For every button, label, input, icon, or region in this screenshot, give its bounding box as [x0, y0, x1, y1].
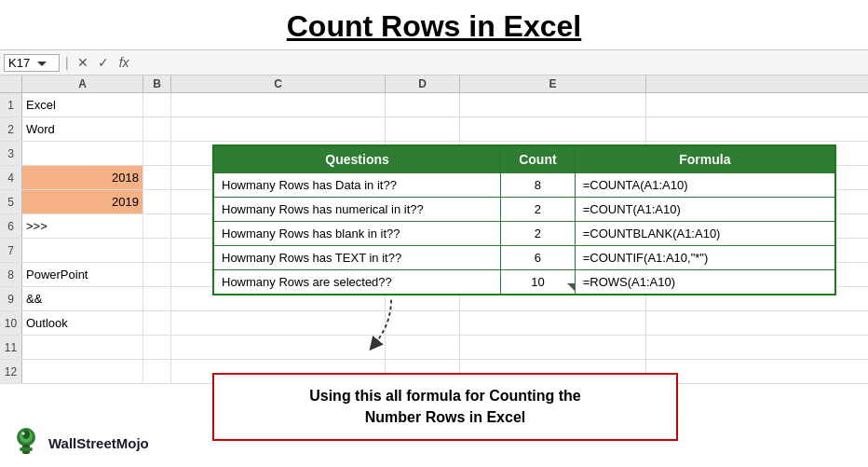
cell-a6[interactable]: >>>: [22, 214, 143, 238]
row-number: 9: [0, 287, 22, 310]
col-header-a: A: [22, 76, 143, 92]
count-cell: 2: [501, 198, 576, 221]
question-cell: Howmany Rows has blank in it??: [214, 222, 501, 245]
cell-a2[interactable]: Word: [22, 117, 143, 141]
cancel-formula-button[interactable]: ✕: [75, 55, 91, 70]
cell-ref-dropdown[interactable]: [37, 62, 47, 66]
table-row: 1 Excel: [0, 93, 868, 117]
count-cell: 6: [501, 246, 576, 269]
cell-b3[interactable]: [143, 142, 171, 165]
col-header-e: E: [460, 76, 646, 92]
cell-a7[interactable]: [22, 239, 143, 262]
header-questions: Questions: [214, 146, 501, 172]
svg-point-5: [22, 433, 25, 435]
cell-b5[interactable]: [143, 190, 171, 213]
cell-d1[interactable]: [386, 93, 460, 117]
callout-box: Using this all formula for Counting the …: [212, 373, 678, 441]
svg-rect-7: [20, 447, 33, 451]
list-item: Howmany Rows has TEXT in it?? 6 =COUNTIF…: [214, 245, 834, 269]
header-count: Count: [501, 146, 576, 172]
column-headers: A B C D E: [0, 76, 868, 93]
logo: WallStreetMojo: [9, 426, 149, 460]
page-title: Count Rows in Excel: [0, 9, 868, 44]
table-row: 10 Outlook: [0, 311, 868, 336]
row-number: 3: [0, 142, 22, 165]
title-area: Count Rows in Excel: [0, 0, 868, 49]
selection-marker: [567, 280, 575, 294]
row-number: 11: [0, 336, 22, 359]
cell-b4[interactable]: [143, 166, 171, 189]
row-number: 8: [0, 263, 22, 286]
col-header-b: B: [143, 76, 171, 92]
cell-b9[interactable]: [143, 287, 171, 310]
cell-c11[interactable]: [171, 336, 386, 359]
cell-a10[interactable]: Outlook: [22, 311, 143, 335]
count-cell: 10: [501, 270, 576, 294]
table-header-row: Questions Count Formula: [214, 146, 834, 172]
dashed-arrow-indicator: [359, 296, 424, 352]
list-item: Howmany Rows has Data in it?? 8 =COUNTA(…: [214, 172, 834, 197]
row-number: 10: [0, 311, 22, 335]
cell-c2[interactable]: [171, 117, 386, 141]
cell-a11[interactable]: [22, 336, 143, 359]
cell-b7[interactable]: [143, 239, 171, 262]
question-cell: Howmany Rows has TEXT in it??: [214, 246, 501, 269]
cell-b11[interactable]: [143, 336, 171, 359]
cell-e10[interactable]: [460, 311, 646, 335]
cell-b1[interactable]: [143, 93, 171, 117]
cell-a9[interactable]: &&: [22, 287, 143, 310]
cell-d2[interactable]: [386, 117, 460, 141]
confirm-formula-button[interactable]: ✓: [95, 55, 112, 70]
corner-cell: [0, 76, 22, 92]
logo-text: WallStreetMojo: [48, 435, 149, 451]
row-number: 4: [0, 166, 22, 189]
cell-a8[interactable]: PowerPoint: [22, 263, 143, 286]
row-number: 6: [0, 214, 22, 238]
cell-b6[interactable]: [143, 214, 171, 238]
table-row: 11: [0, 336, 868, 360]
count-cell: 8: [501, 173, 576, 197]
cell-a3[interactable]: [22, 142, 143, 165]
question-cell: Howmany Rows has numerical in it??: [214, 198, 501, 221]
cell-e1[interactable]: [460, 93, 646, 117]
count-cell: 2: [501, 222, 576, 245]
question-cell: Howmany Rows are selected??: [214, 270, 501, 294]
cell-a5[interactable]: 2019: [22, 190, 143, 213]
callout-text: Using this all formula for Counting the …: [229, 386, 661, 428]
col-header-c: C: [171, 76, 386, 92]
formula-separator: |: [63, 55, 71, 70]
svg-marker-1: [567, 283, 575, 291]
row-number: 12: [0, 360, 22, 383]
table-row: 2 Word: [0, 117, 868, 142]
formula-cell: =COUNTBLANK(A1:A10): [576, 222, 834, 245]
cell-a12[interactable]: [22, 360, 143, 383]
cell-b2[interactable]: [143, 117, 171, 141]
list-item: Howmany Rows has blank in it?? 2 =COUNTB…: [214, 221, 834, 245]
logo-icon: [9, 426, 43, 460]
list-item: Howmany Rows are selected?? 10 =ROWS(A1:…: [214, 269, 834, 294]
formula-cell: =ROWS(A1:A10): [576, 270, 834, 294]
question-cell: Howmany Rows has Data in it??: [214, 173, 501, 197]
col-header-d: D: [386, 76, 460, 92]
cell-e11[interactable]: [460, 336, 646, 359]
row-number: 7: [0, 239, 22, 262]
header-formula: Formula: [576, 146, 834, 172]
row-number: 5: [0, 190, 22, 213]
formula-cell: =COUNT(A1:A10): [576, 198, 834, 221]
cell-a1[interactable]: Excel: [22, 93, 143, 117]
cell-b10[interactable]: [143, 311, 171, 335]
formula-cell: =COUNTIF(A1:A10,"*"): [576, 246, 834, 269]
list-item: Howmany Rows has numerical in it?? 2 =CO…: [214, 197, 834, 221]
cell-reference-box[interactable]: K17: [4, 54, 60, 72]
formula-bar: K17 | ✕ ✓ fx: [0, 49, 868, 76]
cell-c1[interactable]: [171, 93, 386, 117]
row-number: 2: [0, 117, 22, 141]
row-number: 1: [0, 93, 22, 117]
cell-b8[interactable]: [143, 263, 171, 286]
fx-label: fx: [115, 55, 133, 70]
formula-cell: =COUNTA(A1:A10): [576, 173, 834, 197]
cell-c10[interactable]: [171, 311, 386, 335]
cell-b12[interactable]: [143, 360, 171, 383]
cell-a4[interactable]: 2018: [22, 166, 143, 189]
cell-e2[interactable]: [460, 117, 646, 141]
